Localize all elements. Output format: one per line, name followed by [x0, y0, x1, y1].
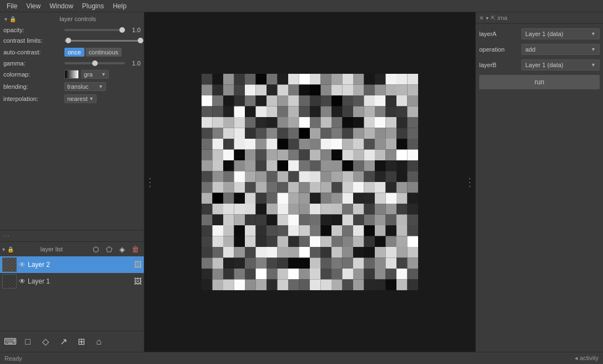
layer-list-icons: ▾ 🔒	[2, 246, 14, 252]
auto-contrast-buttons: once continuous	[64, 48, 122, 57]
layer-list-lock-icon[interactable]: 🔒	[7, 246, 14, 252]
layerB-dropdown[interactable]: Layer 1 (data) ▼	[521, 59, 600, 70]
colormap-label: colormap:	[3, 71, 64, 78]
layer-item-2[interactable]: 👁 Layer 2 🖼	[0, 256, 144, 273]
contrast-fill	[68, 40, 140, 42]
interpolation-row: interpolation: nearest linear cubic ▼	[2, 94, 142, 103]
blending-select-wrapper[interactable]: transluc translucent additive opaque ▼	[64, 82, 106, 91]
run-btn[interactable]: run	[479, 75, 600, 89]
frame-btn[interactable]: □	[20, 334, 36, 350]
interpolation-label: interpolation:	[3, 95, 64, 102]
layer-list-title: layer list	[14, 246, 89, 252]
operation-value: add	[525, 46, 535, 53]
contrast-label: contrast limits:	[3, 37, 64, 44]
labels-tool-btn[interactable]: ◈	[116, 243, 128, 255]
points-tool-btn[interactable]: ⬡	[89, 243, 102, 255]
gamma-slider-wrapper: 1.0	[64, 60, 140, 67]
layerA-chevron: ▼	[591, 31, 596, 37]
minimize-icon[interactable]: ▾	[4, 16, 7, 22]
opacity-label: opacity:	[3, 27, 64, 33]
colormap-select[interactable]: gra gray hot viridis	[84, 71, 101, 78]
gamma-slider[interactable]	[64, 62, 125, 64]
layer-1-type-icon: 🖼	[134, 277, 142, 286]
status-text: Ready	[4, 355, 22, 362]
layer-2-name: Layer 2	[28, 261, 132, 269]
roll-btn[interactable]: ↗	[56, 334, 71, 350]
contrast-row: contrast limits:	[2, 37, 142, 44]
activity-link[interactable]: ◂ activity	[575, 355, 599, 362]
contrast-track	[64, 40, 140, 42]
layer-1-thumbnail	[2, 274, 17, 289]
delete-layer-btn[interactable]: 🗑	[129, 243, 142, 255]
opacity-value: 1.0	[127, 27, 140, 33]
layer-list-tools: ⬡ ⬠ ◈ 🗑	[89, 243, 142, 255]
menu-plugins[interactable]: Plugins	[78, 1, 108, 11]
layer-controls-panel: ▾ 🔒 layer controls opacity: 1.0 contrast…	[0, 12, 144, 230]
layerB-chevron: ▼	[591, 62, 596, 68]
operation-chevron: ▼	[591, 47, 596, 52]
status-bar: Ready ◂ activity	[0, 352, 603, 364]
left-drag-handle[interactable]: ⋮	[144, 176, 155, 188]
layer-item-1[interactable]: 👁 Layer 1 🖼	[0, 273, 144, 290]
grid-btn[interactable]: ⊞	[73, 334, 89, 350]
interpolation-select[interactable]: nearest linear cubic	[67, 95, 89, 102]
right-drag-handle[interactable]: ⋮	[464, 176, 475, 188]
layerB-value: Layer 1 (data)	[525, 62, 563, 68]
contrast-thumb-right[interactable]	[138, 38, 143, 43]
menu-file[interactable]: File	[2, 1, 22, 11]
layer-1-visibility-icon[interactable]: 👁	[19, 277, 26, 285]
auto-contrast-label: auto-contrast:	[3, 49, 64, 55]
gamma-row: gamma: 1.0	[2, 60, 142, 67]
layer-controls-header: ▾ 🔒 layer controls	[2, 14, 142, 23]
menu-help[interactable]: Help	[108, 1, 131, 11]
rph-title: ima	[498, 14, 507, 21]
layer-1-name: Layer 1	[28, 277, 132, 285]
menu-window[interactable]: Window	[45, 1, 78, 11]
layerA-label: layerA	[479, 31, 518, 37]
gamma-value: 1.0	[127, 60, 140, 67]
auto-contrast-once-btn[interactable]: once	[64, 48, 84, 57]
auto-contrast-continuous-btn[interactable]: continuous	[86, 48, 122, 57]
three-dots-icon[interactable]: ···	[2, 231, 9, 240]
right-controls: layerA Layer 1 (data) ▼ operation add ▼ …	[476, 24, 603, 94]
layer-list-header: ▾ 🔒 layer list ⬡ ⬠ ◈ 🗑	[0, 242, 144, 256]
bottom-toolbar: ⌨ □ ◇ ↗ ⊞ ⌂	[0, 331, 144, 352]
layerB-row: layerB Layer 1 (data) ▼	[479, 59, 600, 70]
console-btn[interactable]: ⌨	[2, 334, 18, 350]
blending-label: blending:	[3, 83, 64, 90]
colormap-select-wrapper[interactable]: gra gray hot viridis ▼	[81, 70, 109, 79]
layerA-value: Layer 1 (data)	[525, 31, 563, 37]
operation-dropdown[interactable]: add ▼	[521, 44, 600, 55]
blending-chevron: ▼	[98, 84, 103, 89]
rph-minimize-icon[interactable]: ▾	[486, 15, 489, 21]
shapes-tool-btn[interactable]: ⬠	[103, 243, 115, 255]
blending-select[interactable]: transluc translucent additive opaque	[67, 83, 98, 90]
rph-expand-icon[interactable]: ⇱	[491, 15, 495, 21]
interpolation-chevron: ▼	[89, 96, 94, 102]
layerA-dropdown[interactable]: Layer 1 (data) ▼	[521, 28, 600, 39]
right-panel-header: ✕ ▾ ⇱ ima	[476, 12, 603, 24]
lock-icon[interactable]: 🔒	[9, 16, 16, 22]
panel-resize-handle[interactable]: ···	[0, 230, 144, 242]
colormap-preview	[64, 70, 79, 79]
left-panel: ▾ 🔒 layer controls opacity: 1.0 contrast…	[0, 12, 144, 352]
home-btn[interactable]: ⌂	[91, 334, 107, 350]
auto-contrast-row: auto-contrast: once continuous	[2, 48, 142, 57]
opacity-row: opacity: 1.0	[2, 27, 142, 33]
menubar: File View Window Plugins Help	[0, 0, 603, 12]
rph-close-icon[interactable]: ✕	[479, 15, 484, 21]
layer-2-visibility-icon[interactable]: 👁	[19, 261, 26, 269]
layer-list-minimize-icon[interactable]: ▾	[2, 246, 5, 252]
contrast-slider[interactable]	[64, 37, 140, 44]
layer-controls-title: layer controls	[16, 16, 139, 22]
gamma-label: gamma:	[3, 60, 64, 67]
operation-label: operation	[479, 46, 518, 53]
canvas-area[interactable]: ⋮ ⋮	[144, 12, 475, 352]
interpolation-select-wrapper[interactable]: nearest linear cubic ▼	[64, 94, 97, 103]
3d-btn[interactable]: ◇	[38, 334, 53, 350]
menu-view[interactable]: View	[22, 1, 45, 11]
right-panel: ✕ ▾ ⇱ ima layerA Layer 1 (data) ▼ operat…	[475, 12, 603, 352]
opacity-slider[interactable]	[64, 29, 125, 31]
contrast-thumb-left[interactable]	[66, 38, 71, 43]
main-layout: ▾ 🔒 layer controls opacity: 1.0 contrast…	[0, 12, 603, 352]
